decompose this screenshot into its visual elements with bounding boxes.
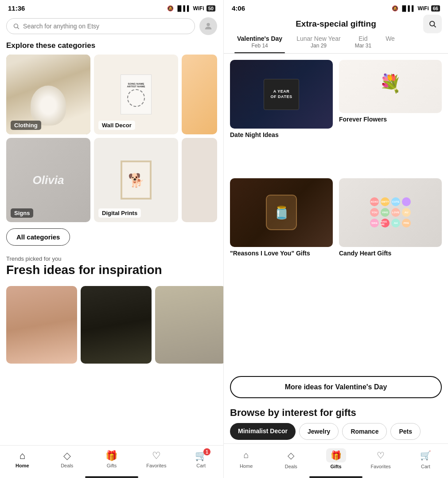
right-nav-gifts-label: Gifts	[330, 464, 341, 469]
right-bottom-nav: ⌂ Home ◇ Deals 🎁 Gifts ♡ Favorites 🛒 Car…	[224, 443, 448, 475]
categories-grid: Clothing SONG NAMEARTIST NAME Wall Decor…	[0, 55, 223, 222]
right-nav-favorites-label: Favorites	[371, 464, 391, 469]
more-ideas-button[interactable]: More ideas for Valentine's Day	[230, 376, 442, 398]
all-categories-button[interactable]: All categories	[6, 228, 70, 246]
candy-9: SIKE	[370, 219, 379, 227]
category-wall-decor[interactable]: SONG NAMEARTIST NAME Wall Decor	[94, 55, 178, 134]
candy-4	[402, 197, 411, 206]
trends-title: Fresh ideas for inspiration	[6, 263, 217, 277]
tab-valentines[interactable]: Valentine's Day Feb 14	[230, 32, 289, 53]
right-nav-cart[interactable]: 🛒 Cart	[403, 448, 448, 469]
deals-icon: ◇	[63, 450, 71, 462]
tab-valentines-name: Valentine's Day	[237, 35, 282, 42]
right-nav-favorites[interactable]: ♡ Favorites	[358, 448, 403, 469]
avatar[interactable]	[199, 17, 217, 35]
right-nav-deals[interactable]: ◇ Deals	[269, 448, 313, 469]
candy-6: VIKE	[381, 208, 390, 217]
candy-7: LOVE	[391, 208, 400, 217]
candy-11: AH	[391, 219, 400, 227]
nav-home[interactable]: ⌂ Home	[0, 450, 45, 468]
nav-deals-label: Deals	[61, 463, 73, 468]
forever-flowers-label: Forever Flowers	[339, 116, 442, 123]
nav-favorites[interactable]: ♡ Favorites	[134, 450, 179, 468]
notification-bell-icon: 🔕	[167, 5, 174, 12]
tab-eid-name: Eid	[355, 35, 371, 42]
jar-visual: 🫙	[266, 195, 297, 230]
search-icon	[13, 23, 19, 30]
trend-image-1[interactable]	[6, 286, 77, 364]
chip-minimalist-decor[interactable]: Minimalist Decor	[230, 423, 296, 440]
nav-favorites-label: Favorites	[146, 463, 166, 468]
candy-1: XOXO	[370, 197, 379, 206]
search-button[interactable]	[423, 15, 442, 33]
search-input[interactable]	[23, 23, 188, 30]
box-visual: A YEAROF DATES	[264, 79, 299, 110]
right-status-icons: 🔕 ▐▌▌▌ WiFi 66	[392, 5, 440, 12]
trends-section: Trends picked for you Fresh ideas for in…	[0, 252, 223, 282]
category-signs[interactable]: Olivia Signs	[6, 138, 90, 222]
more-ideas-wrap: More ideas for Valentine's Day	[224, 374, 448, 404]
chip-romance[interactable]: Romance	[342, 423, 387, 440]
category-partial2[interactable]	[182, 138, 217, 222]
nav-cart-label: Cart	[196, 463, 206, 468]
trend-image-2[interactable]	[81, 286, 152, 364]
left-time: 11:36	[8, 4, 25, 12]
product-reasons-love[interactable]: 🫙 "Reasons I Love You" Gifts	[230, 178, 333, 290]
product-forever-flowers[interactable]: 💐 Forever Flowers	[339, 60, 442, 172]
search-bar-area	[0, 15, 223, 39]
categories-title: Explore these categories	[0, 39, 223, 55]
search-icon-right	[429, 20, 436, 28]
nav-cart[interactable]: 🛒1 Cart	[179, 450, 223, 468]
dog-image: 🐕	[121, 161, 152, 200]
category-digital-prints[interactable]: 🐕 Digital Prints	[94, 138, 178, 222]
right-nav-gifts[interactable]: 🎁 Gifts	[313, 448, 358, 469]
category-clothing[interactable]: Clothing	[6, 55, 90, 134]
right-favorites-icon: ♡	[372, 448, 389, 462]
svg-line-4	[434, 25, 436, 27]
trends-images	[0, 282, 223, 364]
tab-we[interactable]: We	[378, 32, 402, 53]
right-nav-home[interactable]: ⌂ Home	[224, 448, 269, 469]
signs-label: Signs	[11, 208, 33, 218]
digital-prints-label: Digital Prints	[98, 208, 141, 218]
tab-we-name: We	[386, 35, 395, 42]
category-partial[interactable]	[182, 55, 217, 134]
left-status-icons: 🔕 ▐▌▌▌ WiFi 50	[167, 5, 215, 12]
left-panel: 11:36 🔕 ▐▌▌▌ WiFi 50 Explore these categ…	[0, 0, 224, 478]
nav-deals[interactable]: ◇ Deals	[45, 450, 90, 468]
candy-5: YOU	[370, 208, 379, 217]
right-nav-home-label: Home	[240, 463, 253, 469]
candy-heart-label: Candy Heart Gifts	[339, 250, 442, 257]
svg-point-0	[14, 24, 18, 28]
date-night-label: Date Night Ideas	[230, 131, 333, 138]
nav-home-label: Home	[16, 463, 29, 468]
forever-flowers-image: 💐	[339, 60, 442, 113]
product-candy-heart[interactable]: XOXO SWTY CUTE YOU VIKE LOVE AU SIKE KIS…	[339, 178, 442, 290]
chip-pets[interactable]: Pets	[390, 423, 421, 440]
right-home-indicator	[309, 476, 362, 478]
right-gifts-icon: 🎁	[326, 448, 346, 462]
product-date-night[interactable]: A YEAROF DATES Date Night Ideas	[230, 60, 333, 172]
all-categories-wrap: All categories	[0, 222, 223, 252]
svg-point-3	[430, 21, 435, 26]
left-status-bar: 11:36 🔕 ▐▌▌▌ WiFi 50	[0, 0, 223, 15]
search-bar[interactable]	[6, 18, 195, 34]
left-bottom-nav: ⌂ Home ◇ Deals 🎁 Gifts ♡ Favorites 🛒1 Ca…	[0, 445, 223, 474]
tab-lunar[interactable]: Lunar New Year Jan 29	[289, 32, 348, 53]
date-night-image: A YEAROF DATES	[230, 60, 333, 129]
trend-image-3[interactable]	[155, 286, 223, 364]
candy-8: AU	[402, 208, 411, 217]
candy-grid: XOXO SWTY CUTE YOU VIKE LOVE AU SIKE KIS…	[370, 197, 411, 227]
right-cart-icon: 🛒	[416, 448, 436, 462]
nav-gifts[interactable]: 🎁 Gifts	[90, 450, 134, 468]
tab-lunar-name: Lunar New Year	[296, 35, 341, 42]
tab-eid[interactable]: Eid Mar 31	[348, 32, 378, 53]
product-grid: A YEAROF DATES Date Night Ideas 💐 Foreve…	[224, 54, 448, 374]
cart-icon: 🛒1	[195, 450, 207, 462]
svg-point-2	[206, 23, 210, 26]
cart-badge: 1	[203, 448, 210, 455]
chip-jewelry[interactable]: Jewelry	[299, 423, 339, 440]
browse-title: Browse by interest for gifts	[230, 407, 442, 419]
signal-icon: ▐▌▌▌	[176, 5, 191, 12]
home-icon: ⌂	[19, 450, 25, 462]
